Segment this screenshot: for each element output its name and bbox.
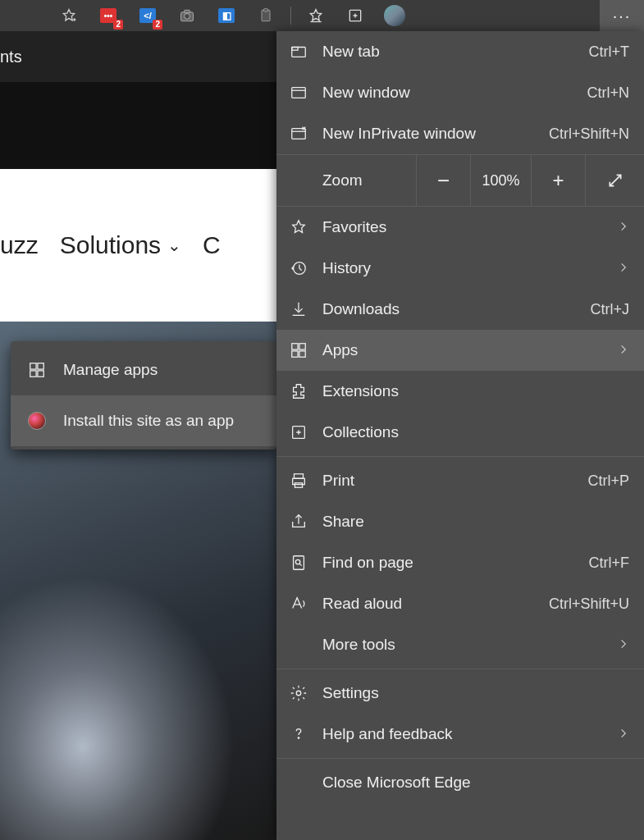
- profile-avatar[interactable]: [375, 0, 414, 31]
- page-header-strip: nts: [0, 31, 276, 82]
- collections-item[interactable]: Collections: [276, 412, 644, 453]
- svg-rect-17: [292, 351, 298, 357]
- nav-item-uzz[interactable]: uzz: [0, 231, 39, 259]
- collections-add-icon: [288, 422, 309, 443]
- menu-item-shortcut: Ctrl+T: [589, 43, 630, 61]
- svg-rect-22: [295, 483, 302, 488]
- svg-rect-4: [264, 9, 268, 11]
- zoom-row: Zoom − 100% +: [276, 154, 644, 207]
- star-icon: [288, 217, 309, 238]
- svg-point-25: [296, 691, 301, 696]
- extensions-icon: [288, 381, 309, 402]
- menu-separator: [276, 456, 644, 457]
- more-tools-item[interactable]: More tools: [276, 624, 644, 665]
- settings-menu: New tab Ctrl+T New window Ctrl+N New InP…: [276, 31, 644, 840]
- menu-item-shortcut: Ctrl+J: [590, 301, 629, 318]
- chevron-right-icon: [618, 218, 629, 236]
- chevron-down-icon: ⌄: [167, 235, 181, 255]
- menu-item-shortcut: Ctrl+Shift+N: [549, 126, 629, 143]
- menu-item-label: Help and feedback: [322, 725, 618, 743]
- find-on-page-item[interactable]: Find on page Ctrl+F: [276, 542, 644, 583]
- zoom-value: 100%: [470, 155, 531, 206]
- menu-item-shortcut: Ctrl+Shift+U: [549, 596, 629, 613]
- settings-item[interactable]: Settings: [276, 673, 644, 714]
- menu-item-shortcut: Ctrl+P: [587, 472, 629, 490]
- downloads-item[interactable]: Downloads Ctrl+J: [276, 289, 644, 330]
- new-window-icon: [288, 82, 309, 103]
- fullscreen-button[interactable]: [585, 155, 644, 206]
- site-nav-bar: uzz Solutions ⌄ C: [0, 169, 276, 322]
- menu-item-label: New window: [322, 84, 587, 102]
- favorite-star-icon[interactable]: [49, 0, 89, 31]
- menu-item-label: Manage apps: [63, 361, 262, 379]
- zoom-in-button[interactable]: +: [531, 155, 585, 206]
- new-inprivate-item[interactable]: New InPrivate window Ctrl+Shift+N: [276, 113, 644, 154]
- new-window-item[interactable]: New window Ctrl+N: [276, 72, 644, 113]
- menu-item-label: New tab: [322, 43, 589, 61]
- read-aloud-item[interactable]: Read aloud Ctrl+Shift+U: [276, 583, 644, 624]
- menu-item-label: Install this site as an app: [63, 412, 262, 430]
- apps-grid-icon: [25, 359, 48, 381]
- favorites-item[interactable]: Favorites: [276, 207, 644, 248]
- badge-count: 2: [153, 20, 162, 30]
- svg-rect-15: [292, 344, 298, 349]
- browser-toolbar: ••• 2 </ 2 ◧ ···: [0, 0, 644, 31]
- menu-item-label: Find on page: [322, 554, 589, 572]
- chevron-right-icon: [618, 259, 629, 277]
- favorites-bar-icon[interactable]: [296, 0, 336, 31]
- new-tab-item[interactable]: New tab Ctrl+T: [276, 31, 644, 72]
- svg-rect-9: [38, 371, 43, 377]
- chevron-right-icon: [618, 725, 629, 743]
- blank-icon: [288, 772, 309, 793]
- menu-item-label: Favorites: [322, 218, 618, 236]
- manage-apps-item[interactable]: Manage apps: [11, 345, 276, 395]
- install-site-app-item[interactable]: Install this site as an app: [11, 395, 276, 446]
- clipboard-icon[interactable]: [246, 0, 285, 31]
- svg-rect-10: [292, 48, 306, 57]
- svg-rect-12: [292, 88, 306, 98]
- new-tab-icon: [288, 41, 309, 62]
- download-icon: [288, 299, 309, 320]
- menu-item-label: Print: [322, 472, 587, 490]
- chevron-right-icon: [618, 636, 629, 654]
- menu-item-label: History: [322, 259, 618, 277]
- menu-item-label: Apps: [322, 341, 618, 359]
- badge-count: 2: [113, 20, 123, 30]
- extension-code-icon[interactable]: </ 2: [128, 0, 167, 31]
- menu-item-label: Collections: [322, 423, 629, 441]
- svg-rect-11: [292, 48, 298, 51]
- history-item[interactable]: History: [276, 248, 644, 289]
- collections-icon[interactable]: [336, 0, 375, 31]
- svg-point-1: [185, 14, 190, 20]
- menu-separator: [276, 758, 644, 759]
- read-aloud-icon: [288, 593, 309, 614]
- extension-lastpass-icon[interactable]: ••• 2: [89, 0, 128, 31]
- extensions-item[interactable]: Extensions: [276, 371, 644, 412]
- svg-rect-7: [38, 363, 43, 369]
- share-icon: [288, 511, 309, 532]
- nav-item-solutions[interactable]: Solutions ⌄: [60, 231, 181, 259]
- zoom-label: Zoom: [276, 171, 416, 189]
- apps-item[interactable]: Apps: [276, 330, 644, 371]
- menu-item-label: Read aloud: [322, 595, 549, 613]
- svg-point-26: [298, 737, 299, 738]
- print-item[interactable]: Print Ctrl+P: [276, 460, 644, 501]
- chevron-right-icon: [618, 341, 629, 359]
- svg-rect-2: [185, 10, 190, 12]
- zoom-out-button[interactable]: −: [416, 155, 470, 206]
- svg-rect-13: [292, 129, 306, 139]
- more-menu-button[interactable]: ···: [600, 0, 644, 31]
- nav-item-c[interactable]: C: [203, 231, 221, 259]
- svg-rect-20: [295, 474, 304, 479]
- menu-item-shortcut: Ctrl+N: [587, 84, 629, 102]
- close-edge-item[interactable]: Close Microsoft Edge: [276, 762, 644, 803]
- print-icon: [288, 470, 309, 491]
- menu-item-label: Close Microsoft Edge: [322, 774, 629, 792]
- menu-item-label: Settings: [322, 684, 629, 702]
- share-item[interactable]: Share: [276, 501, 644, 542]
- menu-item-label: More tools: [322, 636, 618, 654]
- camera-icon[interactable]: [167, 0, 207, 31]
- extension-panel-icon[interactable]: ◧: [207, 0, 246, 31]
- help-feedback-item[interactable]: Help and feedback: [276, 714, 644, 755]
- apps-submenu: Manage apps Install this site as an app: [11, 341, 276, 450]
